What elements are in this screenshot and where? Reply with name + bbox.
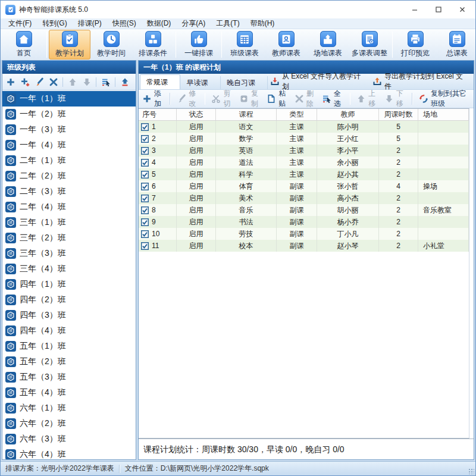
edit-class-button[interactable] xyxy=(34,77,44,87)
course-row[interactable]: 5启用科学主课赵小其2 xyxy=(139,168,469,180)
class-list-panel: 班级列表 班一年（1）班班一年（2）班班一年（3）班班一年（4）班班二年（1）班… xyxy=(2,60,136,460)
class-badge-icon: 班 xyxy=(5,295,16,305)
course-row[interactable]: 9启用书法副课杨小乔2 xyxy=(139,216,469,228)
course-row[interactable]: 7启用美术副课高小杰2 xyxy=(139,192,469,204)
class-list-item[interactable]: 班六年（1）班 xyxy=(2,400,136,416)
checkbox-checked-icon[interactable] xyxy=(141,183,149,190)
checkbox-checked-icon[interactable] xyxy=(141,206,149,214)
checkbox-checked-icon[interactable] xyxy=(141,135,149,143)
class-list-item[interactable]: 班五年（1）班 xyxy=(2,339,136,354)
class-list-item[interactable]: 班三年（3）班 xyxy=(2,246,136,261)
toolbar-button-multi-adjust[interactable]: 多课表调整 xyxy=(349,30,390,60)
tab-1[interactable]: 常规课程 xyxy=(140,74,180,89)
toolbar-button-total-table[interactable]: 总课表 xyxy=(436,30,476,60)
checkbox-checked-icon[interactable] xyxy=(141,230,149,238)
column-header-6[interactable]: 周课时数 xyxy=(379,109,418,120)
status-file-path: 文件位置：D:\新网页\光明小学2022学年.sqpk xyxy=(125,464,269,474)
class-list-item[interactable]: 班一年（1）班 xyxy=(2,91,136,107)
class-list-item[interactable]: 班二年（3）班 xyxy=(2,184,136,199)
menu-item-6[interactable]: 分享(A) xyxy=(176,18,211,29)
select-all-class-button[interactable] xyxy=(101,77,111,87)
tab-3[interactable]: 晚自习课程 xyxy=(221,76,268,89)
class-list-header: 班级列表 xyxy=(2,61,136,74)
class-list-item[interactable]: 班一年（3）班 xyxy=(2,122,136,137)
course-row[interactable]: 2启用数学主课王小红5 xyxy=(139,133,469,145)
checkbox-checked-icon[interactable] xyxy=(141,195,149,202)
class-badge-icon: 班 xyxy=(5,93,16,104)
toolbar-button-home[interactable]: 首页 xyxy=(3,30,45,60)
course-row[interactable]: 4启用道法主课余小丽2 xyxy=(139,156,469,168)
plus-icon xyxy=(142,94,152,104)
delete-class-button[interactable] xyxy=(48,77,58,87)
course-row[interactable]: 1启用语文主课陈小明5 xyxy=(139,121,469,133)
course-row[interactable]: 8启用音乐副课胡小丽2音乐教室 xyxy=(139,204,469,216)
menu-item-8[interactable]: 帮助(H) xyxy=(245,18,280,29)
column-header-7[interactable]: 场地 xyxy=(418,109,469,120)
class-list-item[interactable]: 班三年（4）班 xyxy=(2,261,136,277)
column-header-3[interactable]: 课程 xyxy=(216,109,277,120)
tab-2[interactable]: 早读课程 xyxy=(180,76,220,89)
class-list-item[interactable]: 班一年（2）班 xyxy=(2,107,136,122)
class-list-item[interactable]: 班五年（2）班 xyxy=(2,354,136,369)
checkbox-checked-icon[interactable] xyxy=(141,242,149,250)
status-cell: 启用 xyxy=(177,180,216,192)
class-list-item[interactable]: 班二年（1）班 xyxy=(2,153,136,168)
menu-item-4[interactable]: 快照(S) xyxy=(107,18,142,29)
checkbox-checked-icon[interactable] xyxy=(141,123,149,131)
toolbar-button-venue-table[interactable]: 场地课表 xyxy=(307,30,349,60)
column-header-2[interactable]: 状态 xyxy=(177,109,216,120)
select-all-button[interactable]: 全选 xyxy=(322,89,343,109)
column-header-4[interactable]: 类型 xyxy=(277,109,317,120)
copy-to-other-class-button[interactable]: 复制到其它班级 xyxy=(419,89,470,109)
class-list-item[interactable]: 班二年（4）班 xyxy=(2,199,136,215)
toolbar-button-label: 排课条件 xyxy=(139,48,167,58)
class-list-item[interactable]: 班三年（2）班 xyxy=(2,230,136,246)
course-row[interactable]: 6启用体育副课张小哲4操场 xyxy=(139,180,469,192)
close-button[interactable] xyxy=(450,1,474,18)
checkbox-checked-icon[interactable] xyxy=(141,147,149,155)
toolbar-button-printer[interactable]: 打印预览 xyxy=(394,30,436,60)
menu-item-2[interactable]: 转到(G) xyxy=(37,18,72,29)
class-list-item[interactable]: 班五年（4）班 xyxy=(2,385,136,400)
class-list-item[interactable]: 班五年（3）班 xyxy=(2,369,136,385)
menu-item-5[interactable]: 数据(D) xyxy=(142,18,177,29)
printer-icon xyxy=(408,31,424,47)
svg-text:班: 班 xyxy=(9,174,12,178)
class-list-item[interactable]: 班六年（4）班 xyxy=(2,447,136,459)
class-list-item[interactable]: 班四年（4）班 xyxy=(2,323,136,339)
checkbox-checked-icon[interactable] xyxy=(141,218,149,226)
toolbar-button-class-table[interactable]: 班级课表 xyxy=(224,30,265,60)
menu-item-1[interactable]: 文件(F) xyxy=(3,18,37,29)
column-header-1[interactable]: 序号 xyxy=(139,109,177,120)
menu-item-7[interactable]: 工具(T) xyxy=(211,18,245,29)
toolbar-button-cubes[interactable]: 排课条件 xyxy=(132,30,174,60)
class-list-item[interactable]: 班一年（4）班 xyxy=(2,137,136,153)
resize-grip[interactable] xyxy=(468,468,474,474)
menu-item-3[interactable]: 排课(P) xyxy=(73,18,107,29)
svg-text:班: 班 xyxy=(9,314,12,317)
column-header-5[interactable]: 教师 xyxy=(317,109,379,120)
class-list-item[interactable]: 班二年（2）班 xyxy=(2,168,136,184)
add-class-button[interactable] xyxy=(5,77,15,87)
batch-add-class-button[interactable] xyxy=(20,77,30,87)
class-list-item[interactable]: 班三年（1）班 xyxy=(2,215,136,230)
class-list-item[interactable]: 班六年（2）班 xyxy=(2,416,136,431)
class-list-item[interactable]: 班六年（3）班 xyxy=(2,431,136,447)
paste-course-button[interactable]: 粘贴 xyxy=(267,89,288,109)
class-list-item[interactable]: 班四年（3）班 xyxy=(2,308,136,323)
toolbar-button-teacher-table[interactable]: 教师课表 xyxy=(265,30,307,60)
checkbox-checked-icon[interactable] xyxy=(141,159,149,167)
move-class-top-button[interactable] xyxy=(120,77,130,87)
course-row[interactable]: 3启用英语主课李小平2 xyxy=(139,145,469,156)
class-list-item[interactable]: 班四年（1）班 xyxy=(2,277,136,292)
maximize-button[interactable] xyxy=(427,1,450,18)
toolbar-button-clock[interactable]: 教学时间 xyxy=(90,30,132,60)
minimize-button[interactable] xyxy=(403,1,427,18)
course-row[interactable]: 11启用校本副课赵小琴2小礼堂 xyxy=(139,240,469,252)
toolbar-button-plan[interactable]: 教学计划 xyxy=(49,30,90,60)
class-list-item[interactable]: 班四年（2）班 xyxy=(2,292,136,308)
course-row[interactable]: 10启用劳技副课丁小凡2 xyxy=(139,228,469,240)
add-course-button[interactable]: 添加 xyxy=(142,89,164,109)
checkbox-checked-icon[interactable] xyxy=(141,171,149,178)
toolbar-button-one-key[interactable]: 一键排课 xyxy=(178,30,220,60)
